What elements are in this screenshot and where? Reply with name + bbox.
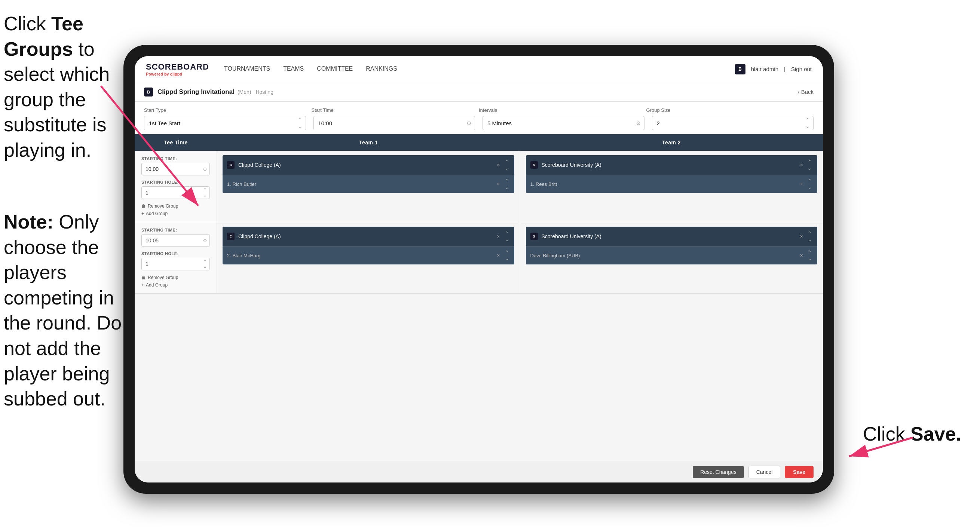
team1-expand-btn-1[interactable]: ⌃⌄ <box>504 158 510 172</box>
start-time-wrap: ⊙ <box>313 116 476 130</box>
col-tee-time: Tee Time <box>135 140 217 145</box>
team1-card-header-2: C Clippd College (A) × ⌃⌄ <box>223 227 514 246</box>
player-remove-btn-2-2[interactable]: × <box>799 249 804 262</box>
start-type-chevron: ⌃⌄ <box>298 117 302 129</box>
click-save-annotation: Click Save. <box>863 423 961 445</box>
settings-row: Start Type Start Time Intervals Group Si… <box>135 102 823 134</box>
cancel-button[interactable]: Cancel <box>748 466 781 478</box>
intervals-clock: ⊙ <box>636 120 641 126</box>
team2-slot-2: S Scoreboard University (A) × ⌃⌄ Dave Bi… <box>520 222 823 293</box>
breadcrumb-hosting: Hosting <box>256 89 273 95</box>
player-row-1-1: 1. Rich Butler × ⌃⌄ <box>223 175 514 193</box>
starting-hole-input-1[interactable] <box>142 186 210 199</box>
logo-scoreboard: SCOREBOARD <box>146 62 209 72</box>
tee-time-panel-1: STARTING TIME: ⊙ STARTING HOLE: ⌃⌄ 🗑 <box>135 151 217 222</box>
table-header: Tee Time Team 1 Team 2 <box>135 134 823 151</box>
nav-avatar: B <box>735 64 746 75</box>
player-remove-btn-2-1[interactable]: × <box>799 177 804 191</box>
save-button[interactable]: Save <box>785 466 813 478</box>
col-team1: Team 1 <box>217 140 520 145</box>
start-time-input[interactable] <box>313 116 476 130</box>
team2-card-header-2: S Scoreboard University (A) × ⌃⌄ <box>526 227 818 246</box>
player-expand-btn-1-1[interactable]: ⌃⌄ <box>504 177 510 191</box>
team2-name-1[interactable]: Scoreboard University (A) <box>542 162 799 168</box>
top-nav: SCOREBOARD Powered by clippd TOURNAMENTS… <box>135 56 823 82</box>
starting-time-icon-2: ⊙ <box>203 238 207 243</box>
remove-group-btn-1[interactable]: 🗑 Remove Group <box>142 204 178 209</box>
starting-time-input-2[interactable] <box>142 234 210 247</box>
team1-card-1: C Clippd College (A) × ⌃⌄ 1. Rich Butler <box>223 155 514 193</box>
player-name-2-1: 1. Rees Britt <box>530 182 799 187</box>
tablet-screen: SCOREBOARD Powered by clippd TOURNAMENTS… <box>135 56 823 482</box>
add-group-btn-1[interactable]: + Add Group <box>142 211 167 216</box>
starting-time-label-2: STARTING TIME: <box>142 228 210 232</box>
player-expand-btn-1-2[interactable]: ⌃⌄ <box>504 249 510 262</box>
player-remove-btn-1-1[interactable]: × <box>496 177 501 191</box>
group-size-input[interactable] <box>652 116 814 130</box>
team2-expand-btn-1[interactable]: ⌃⌄ <box>807 158 813 172</box>
team2-expand-btn-2[interactable]: ⌃⌄ <box>807 230 813 243</box>
starting-hole-label-2: STARTING HOLE: <box>142 252 210 256</box>
team1-card-header-1: C Clippd College (A) × ⌃⌄ <box>223 155 514 175</box>
nav-tournaments[interactable]: TOURNAMENTS <box>224 64 270 75</box>
player-row-2-1: 1. Rees Britt × ⌃⌄ <box>526 175 818 193</box>
player-name-1-2: 2. Blair McHarg <box>227 253 496 258</box>
tee-groups-annotation: Click Tee Groups to select which group t… <box>4 11 120 163</box>
nav-right: B blair admin | Sign out <box>735 64 812 75</box>
remove-group-icon-2: 🗑 <box>142 275 146 280</box>
starting-time-wrap-2: ⊙ <box>142 234 210 247</box>
nav-committee[interactable]: COMMITTEE <box>317 64 353 75</box>
starting-hole-input-2[interactable] <box>142 258 210 271</box>
col-team2: Team 2 <box>520 140 823 145</box>
starting-hole-icon-2: ⌃⌄ <box>203 259 207 269</box>
team2-name-2[interactable]: Scoreboard University (A) <box>542 233 799 239</box>
nav-rankings[interactable]: RANKINGS <box>366 64 397 75</box>
start-type-label: Start Type <box>144 107 312 113</box>
add-group-btn-2[interactable]: + Add Group <box>142 282 167 288</box>
starting-time-input-1[interactable] <box>142 163 210 175</box>
team1-name-2[interactable]: Clippd College (A) <box>238 233 496 239</box>
nav-teams[interactable]: TEAMS <box>283 64 304 75</box>
start-time-label: Start Time <box>312 107 479 113</box>
reset-changes-button[interactable]: Reset Changes <box>693 466 744 478</box>
team1-remove-btn-1[interactable]: × <box>496 158 501 172</box>
starting-time-icon-1: ⊙ <box>203 166 207 172</box>
breadcrumb-tournament-name: Clippd Spring Invitational <box>158 88 234 96</box>
team1-name-1[interactable]: Clippd College (A) <box>238 162 496 168</box>
team2-remove-btn-2[interactable]: × <box>799 230 804 243</box>
remove-group-btn-2[interactable]: 🗑 Remove Group <box>142 275 178 280</box>
add-group-icon-2: + <box>142 282 144 288</box>
breadcrumb-back[interactable]: ‹ Back <box>797 89 813 95</box>
add-group-icon-1: + <box>142 211 144 216</box>
team2-card-1: S Scoreboard University (A) × ⌃⌄ 1. Rees… <box>526 155 818 193</box>
player-name-2-2: Dave Billingham (SUB) <box>530 253 799 258</box>
logo-powered: Powered by clippd <box>146 72 209 76</box>
team1-actions-2: × ⌃⌄ <box>496 230 509 243</box>
player-remove-btn-1-2[interactable]: × <box>496 249 501 262</box>
note-annotation: Note: Only choose the players competing … <box>4 209 131 412</box>
nav-sign-out[interactable]: Sign out <box>791 66 812 72</box>
start-type-input[interactable] <box>144 116 306 130</box>
group-row-2: STARTING TIME: ⊙ STARTING HOLE: ⌃⌄ 🗑 <box>135 222 823 294</box>
player-expand-btn-2-1[interactable]: ⌃⌄ <box>807 177 813 191</box>
starting-time-label-1: STARTING TIME: <box>142 156 210 161</box>
group-size-chevron: ⌃⌄ <box>805 117 810 129</box>
player-expand-btn-2-2[interactable]: ⌃⌄ <box>807 249 813 262</box>
start-type-wrap: ⌃⌄ <box>144 116 306 130</box>
player-actions-1-1: × ⌃⌄ <box>496 177 509 191</box>
team1-remove-btn-2[interactable]: × <box>496 230 501 243</box>
intervals-input[interactable] <box>482 116 644 130</box>
team2-remove-btn-1[interactable]: × <box>799 158 804 172</box>
intervals-label: Intervals <box>479 107 646 113</box>
team1-expand-btn-2[interactable]: ⌃⌄ <box>504 230 510 243</box>
player-actions-2-1: × ⌃⌄ <box>799 177 813 191</box>
logo-area: SCOREBOARD Powered by clippd <box>146 62 209 76</box>
starting-hole-icon-1: ⌃⌄ <box>203 187 207 198</box>
team2-actions-1: × ⌃⌄ <box>799 158 813 172</box>
group-size-wrap: ⌃⌄ <box>652 116 814 130</box>
team2-card-2: S Scoreboard University (A) × ⌃⌄ Dave Bi… <box>526 227 818 264</box>
starting-hole-wrap-2: ⌃⌄ <box>142 258 210 271</box>
intervals-wrap: ⊙ <box>482 116 644 130</box>
team2-logo-2: S <box>530 232 538 240</box>
nav-user-name: blair admin <box>751 66 778 72</box>
